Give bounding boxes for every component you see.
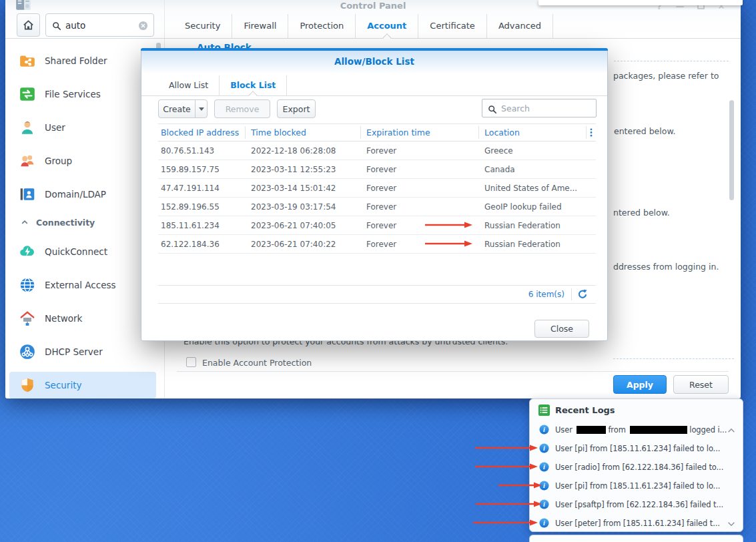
table-row[interactable]: 185.11.61.2342023-06-21 07:40:05ForeverR… xyxy=(158,216,596,235)
column-header-location[interactable]: Location xyxy=(484,123,520,142)
reset-button[interactable]: Reset xyxy=(673,375,729,394)
table-cell: 159.89.157.75 xyxy=(161,160,220,179)
table-cell: 80.76.51.143 xyxy=(161,142,214,160)
overlapping-window-edge xyxy=(538,0,743,5)
table-cell: 2023-03-14 15:01:42 xyxy=(251,179,336,198)
recent-logs-icon xyxy=(538,404,550,417)
svg-text:i: i xyxy=(543,482,545,489)
table-row[interactable]: 159.89.157.752023-03-11 12:55:23ForeverC… xyxy=(158,160,596,179)
dialog-tab-allow-list[interactable]: Allow List xyxy=(158,75,220,95)
log-text: User [radio] from [62.122.184.36] failed… xyxy=(555,458,723,477)
search-input[interactable] xyxy=(65,15,135,35)
sidebar-item-network[interactable]: Network xyxy=(5,305,156,332)
chevron-down-icon[interactable] xyxy=(727,519,736,528)
table-row[interactable]: 62.122.184.362023-06-21 07:40:22ForeverR… xyxy=(158,235,596,254)
log-entry[interactable]: iUser [pi] from [185.11.61.234] failed t… xyxy=(530,477,743,495)
tab-protection[interactable]: Protection xyxy=(288,14,356,38)
refresh-icon[interactable] xyxy=(577,289,588,300)
group-icon xyxy=(19,152,36,170)
column-header-expiration[interactable]: Expiration time xyxy=(366,123,430,142)
home-button[interactable] xyxy=(17,13,40,37)
dialog-search xyxy=(482,99,597,117)
page-text-fragment: ntered below. xyxy=(613,208,670,218)
sidebar-search xyxy=(45,13,154,37)
sidebar-item-file-services[interactable]: File Services xyxy=(5,81,156,107)
apply-button[interactable]: Apply xyxy=(613,375,667,394)
content-scrollbar[interactable] xyxy=(729,100,734,200)
sidebar-item-shared-folder[interactable]: Shared Folder xyxy=(5,47,156,74)
log-text: User [peter] from [185.11.61.234] failed… xyxy=(555,514,720,533)
sidebar-item-group[interactable]: Group xyxy=(5,148,156,174)
table-cell: 2023-06-21 07:40:22 xyxy=(251,235,336,254)
sidebar-item-security[interactable]: Security xyxy=(9,372,156,398)
table-cell: GeoIP lookup failed xyxy=(484,198,562,216)
table-cell: United States of Ame... xyxy=(484,179,577,198)
info-icon: i xyxy=(539,425,549,435)
table-cell: 2022-12-18 06:28:08 xyxy=(251,142,336,160)
clear-search-icon[interactable] xyxy=(138,21,148,31)
caret-down-icon xyxy=(199,107,204,111)
table-row[interactable]: 80.76.51.1432022-12-18 06:28:08ForeverGr… xyxy=(158,142,596,160)
table-cell: 185.11.61.234 xyxy=(161,216,220,235)
svg-text:i: i xyxy=(543,501,545,508)
domain-ldap-icon xyxy=(19,186,36,203)
table-cell: Forever xyxy=(366,142,396,160)
table-cell: 2023-06-21 07:40:05 xyxy=(251,216,336,235)
page-text-fragment: ddresses from logging in. xyxy=(613,262,719,272)
close-button[interactable]: Close xyxy=(534,320,589,338)
table-cell: Forever xyxy=(366,198,396,216)
log-entry[interactable]: iUser [pi] from [185.11.61.234] failed t… xyxy=(530,439,743,458)
log-entry[interactable]: iUser from logged i... xyxy=(530,421,743,439)
tab-advanced[interactable]: Advanced xyxy=(487,14,553,38)
sidebar-item-label: Group xyxy=(45,156,72,166)
item-count: 6 item(s) xyxy=(515,285,564,304)
sidebar-item-quickconnect[interactable]: QuickConnect xyxy=(5,238,156,265)
sidebar-section-connectivity[interactable]: Connectivity xyxy=(5,214,156,230)
create-button[interactable]: Create xyxy=(158,99,196,118)
log-entry[interactable]: iUser [radio] from [62.122.184.36] faile… xyxy=(530,458,743,477)
divider xyxy=(613,358,734,359)
column-menu-icon[interactable] xyxy=(589,127,593,138)
log-entry[interactable]: iUser [peter] from [185.11.61.234] faile… xyxy=(530,514,743,533)
chevron-up-icon xyxy=(21,216,29,229)
enable-account-protection-checkbox[interactable] xyxy=(186,357,196,367)
sidebar-item-external-access[interactable]: External Access xyxy=(5,272,156,298)
recent-logs-widget: Recent Logs iUser from logged i...iUser … xyxy=(529,398,743,532)
sidebar-item-label: Network xyxy=(45,313,82,324)
tab-certificate[interactable]: Certificate xyxy=(418,14,487,38)
dhcp-server-icon xyxy=(19,343,36,360)
page-text-fragment: packages, please refer to xyxy=(613,71,719,81)
divider xyxy=(614,61,729,61)
remove-button[interactable]: Remove xyxy=(214,99,270,118)
tab-account[interactable]: Account xyxy=(356,14,418,38)
table-cell: Forever xyxy=(366,235,396,254)
chevron-up-icon[interactable] xyxy=(727,425,736,435)
table-row[interactable]: 47.47.191.1142023-03-14 15:01:42ForeverU… xyxy=(158,179,596,198)
create-dropdown-button[interactable] xyxy=(195,99,208,118)
column-header-time-blocked[interactable]: Time blocked xyxy=(251,123,306,142)
log-text: User from logged i... xyxy=(555,421,727,439)
table-row[interactable]: 152.89.196.552023-03-19 03:17:54ForeverG… xyxy=(158,198,596,216)
dialog-search-input[interactable] xyxy=(501,100,593,116)
external-access-icon xyxy=(19,276,36,294)
sidebar-item-user[interactable]: User xyxy=(5,114,156,141)
export-button[interactable]: Export xyxy=(277,99,316,118)
column-header-blocked-ip[interactable]: Blocked IP address xyxy=(161,123,239,142)
dialog-title: Allow/Block List xyxy=(141,51,607,73)
sidebar-item-domain-ldap[interactable]: Domain/LDAP xyxy=(5,181,156,208)
log-entry[interactable]: iUser [psaftp] from [62.122.184.36] fail… xyxy=(530,495,743,514)
sidebar-item-label: QuickConnect xyxy=(45,246,107,257)
svg-text:i: i xyxy=(543,445,545,452)
sidebar-item-dhcp-server[interactable]: DHCP Server xyxy=(5,338,156,365)
tab-firewall[interactable]: Firewall xyxy=(232,14,288,38)
log-text: User [psaftp] from [62.122.184.36] faile… xyxy=(555,495,723,514)
table-cell: Greece xyxy=(484,142,513,160)
file-services-icon xyxy=(19,85,36,103)
sidebar-item-label: Domain/LDAP xyxy=(45,189,106,200)
recent-logs-title: Recent Logs xyxy=(555,405,615,415)
tab-security[interactable]: Security xyxy=(173,14,232,38)
dialog-tab-block-list[interactable]: Block List xyxy=(220,75,287,95)
redacted-text xyxy=(577,426,606,434)
shared-folder-icon xyxy=(19,52,36,69)
table-cell: 2023-03-19 03:17:54 xyxy=(251,198,336,216)
